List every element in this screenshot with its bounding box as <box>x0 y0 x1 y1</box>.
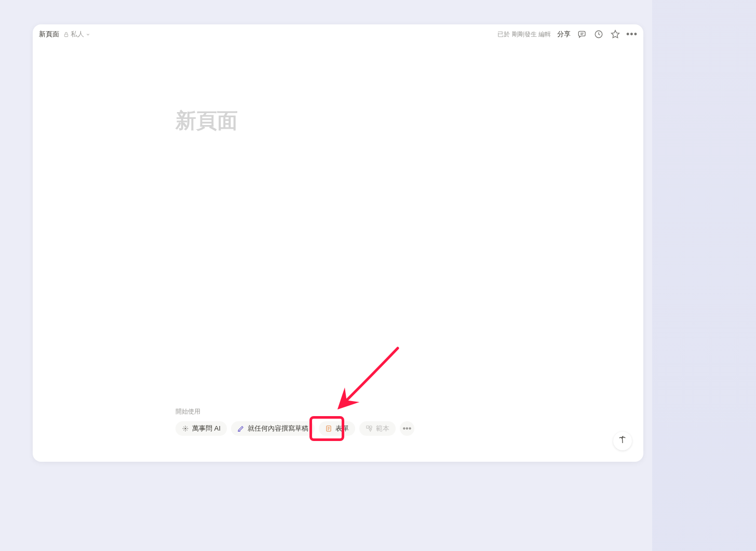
form-icon <box>325 425 332 432</box>
privacy-label: 私人 <box>71 30 84 39</box>
annotation-arrow <box>335 344 408 414</box>
palm-icon <box>618 435 627 447</box>
share-button[interactable]: 分享 <box>557 30 571 39</box>
pencil-icon <box>237 425 245 432</box>
page-content: 新頁面 開始使用 萬事問 AI 就任何內容撰寫草稿 <box>33 44 643 462</box>
app-window: 新頁面 私人 已於 剛剛發生 編輯 分享 •• <box>33 24 643 462</box>
lock-icon <box>63 32 69 37</box>
more-chips-button[interactable]: ••• <box>400 421 414 436</box>
svg-point-5 <box>185 428 186 429</box>
page-title[interactable]: 新頁面 <box>176 106 593 135</box>
topbar-right: 已於 剛剛發生 編輯 分享 ••• <box>497 29 637 39</box>
more-dots-icon: ••• <box>403 424 412 433</box>
help-fab[interactable] <box>613 432 632 450</box>
form-chip[interactable]: 表單 <box>319 421 355 436</box>
privacy-dropdown[interactable]: 私人 <box>63 30 90 39</box>
draft-label: 就任何內容撰寫草稿 <box>248 424 308 433</box>
template-label: 範本 <box>376 424 389 433</box>
chevron-down-icon <box>86 32 90 37</box>
topbar: 新頁面 私人 已於 剛剛發生 編輯 分享 •• <box>33 24 643 44</box>
template-chip[interactable]: 範本 <box>359 421 396 436</box>
star-icon[interactable] <box>610 29 620 39</box>
form-label: 表單 <box>335 424 349 433</box>
get-started-label: 開始使用 <box>176 407 414 416</box>
background-decoration <box>652 0 756 551</box>
comment-icon[interactable] <box>577 29 587 39</box>
draft-chip[interactable]: 就任何內容撰寫草稿 <box>231 421 315 436</box>
topbar-left: 新頁面 私人 <box>39 30 90 39</box>
svg-rect-0 <box>64 34 68 37</box>
sparkle-icon <box>182 425 189 432</box>
svg-marker-13 <box>369 429 372 431</box>
svg-marker-4 <box>612 31 619 38</box>
action-row: 萬事問 AI 就任何內容撰寫草稿 表單 <box>176 421 414 436</box>
get-started-section: 開始使用 萬事問 AI 就任何內容撰寫草稿 <box>176 407 414 436</box>
ask-ai-chip[interactable]: 萬事問 AI <box>176 421 227 436</box>
ask-ai-label: 萬事問 AI <box>192 424 221 433</box>
edit-status: 已於 剛剛發生 編輯 <box>497 30 551 39</box>
svg-rect-11 <box>367 426 369 429</box>
clock-icon[interactable] <box>593 29 604 39</box>
svg-point-12 <box>369 426 372 429</box>
more-icon[interactable]: ••• <box>627 29 637 39</box>
shapes-icon <box>366 425 373 432</box>
breadcrumb-title[interactable]: 新頁面 <box>39 30 59 39</box>
